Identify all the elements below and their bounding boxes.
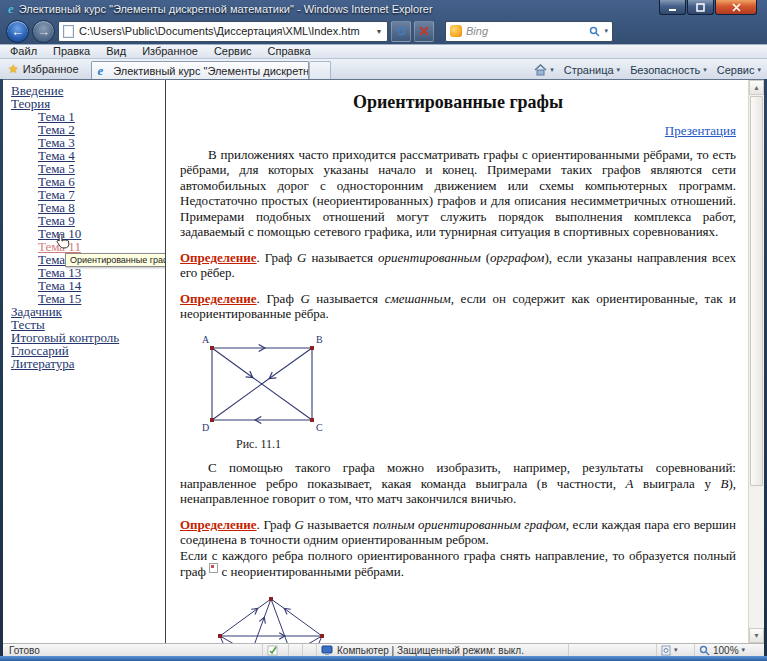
search-dropdown-icon[interactable]: ▾ [604, 27, 608, 35]
var-g: G [294, 517, 303, 532]
mixed-graph-figure: A B C D [194, 332, 334, 436]
menu-item[interactable]: Вид [106, 45, 126, 58]
menu-item[interactable]: Сервис [214, 45, 252, 58]
scrollbar-thumb[interactable] [750, 96, 763, 486]
tab-active[interactable]: e Элективный курс "Элементы дискретной м… [91, 61, 309, 79]
forward-button[interactable]: → [32, 20, 55, 43]
tab-title: Элективный курс "Элементы дискретной мат… [113, 65, 308, 77]
address-bar[interactable]: C:\Users\Public\Documents\Диссертация\XM… [58, 21, 388, 42]
status-pane [568, 644, 656, 656]
close-icon [732, 3, 741, 12]
star-icon: ★ [8, 62, 19, 76]
text-segment: . Граф [257, 291, 301, 306]
minimize-icon [668, 3, 677, 12]
text-segment: называется [304, 517, 373, 532]
complete-directed-graph-figure [210, 590, 334, 644]
page-menu-button[interactable]: Страница ▾ [564, 64, 620, 76]
link-tooltip: Ориентированные графы [65, 253, 166, 267]
back-button[interactable]: ← [6, 20, 29, 43]
chevron-down-icon: ▾ [617, 66, 621, 74]
favorites-button[interactable]: ★ Избранное [0, 59, 87, 79]
favorites-bar: ★ Избранное e Элективный курс "Элементы … [0, 58, 767, 79]
vertex-label-b: B [316, 334, 323, 345]
stop-icon [419, 26, 429, 36]
vertical-scrollbar[interactable]: ▲ ▼ [748, 80, 764, 643]
command-bar: ▾ Страница ▾ Безопасность ▾ Сервис ▾ [534, 59, 761, 80]
computer-icon [321, 645, 333, 656]
page-gear-icon [661, 645, 671, 656]
text-segment: называется [310, 291, 385, 306]
status-pane [288, 644, 302, 656]
menu-item[interactable]: Правка [53, 45, 90, 58]
term: полным ориентированным графом [373, 517, 566, 532]
text-segment: выиграла у [634, 476, 721, 491]
scroll-up-button[interactable]: ▲ [749, 80, 764, 95]
window-controls [658, 0, 757, 15]
maximize-icon [696, 3, 705, 12]
bing-icon [450, 25, 462, 37]
navigation-sidebar: ВведениеТеорияТема 1Тема 2Тема 3Тема 4Те… [3, 80, 166, 643]
tab-favicon-icon: e [98, 63, 104, 79]
definition-label: Определение [180, 291, 257, 306]
var-g: G [300, 291, 309, 306]
status-text: Готово [3, 645, 262, 656]
page-title: Ориентированные графы [180, 91, 736, 113]
home-dropdown-icon[interactable]: ▾ [550, 66, 554, 74]
title-bar: e Элективный курс "Элементы дискретной м… [0, 0, 767, 18]
text-segment: ( [481, 250, 490, 265]
page-menu-label: Страница [564, 64, 614, 76]
menu-item[interactable]: Избранное [142, 45, 198, 58]
menu-item[interactable]: Файл [10, 45, 37, 58]
text-segment: называется [306, 250, 378, 265]
chevron-down-icon: ▾ [757, 66, 761, 74]
favorites-label: Избранное [23, 63, 79, 75]
zoom-level: 100% [713, 645, 739, 656]
refresh-icon [395, 25, 407, 37]
hand-cursor-icon [55, 233, 70, 249]
zoom-control[interactable]: 100% ▾ [694, 644, 764, 656]
figure-caption: Рис. 11.1 [236, 437, 736, 453]
search-box[interactable]: Bing ▾ [445, 21, 613, 42]
address-text[interactable]: C:\Users\Public\Documents\Диссертация\XM… [79, 25, 370, 37]
search-input[interactable]: Bing [466, 25, 585, 37]
var-a: A [626, 476, 634, 491]
text-segment: . Граф [257, 517, 295, 532]
term: смешанным [385, 291, 451, 306]
presentation-link[interactable]: Презентация [665, 123, 736, 138]
text-segment: с неориентированными рёбрами. [218, 564, 404, 579]
definition-label: Определение [180, 517, 257, 532]
ie-logo-icon: e [8, 1, 14, 17]
paragraph-2: С помощью такого графа можно изобразить,… [180, 460, 736, 507]
window-title: Элективный курс "Элементы дискретной мат… [19, 3, 433, 15]
page-check-icon [267, 645, 278, 656]
tools-menu-button[interactable]: Сервис ▾ [717, 64, 761, 76]
sidebar-link[interactable]: Теория [11, 97, 165, 110]
address-dropdown-icon[interactable]: ▾ [375, 27, 383, 36]
scroll-down-button[interactable]: ▼ [749, 628, 764, 643]
home-button[interactable]: ▾ [534, 64, 554, 76]
term: ориентированным [378, 250, 481, 265]
chevron-down-icon[interactable]: ▾ [742, 646, 746, 654]
vertex-label-d: D [202, 422, 209, 433]
definition-label: Определение [180, 250, 257, 265]
menu-item[interactable]: Справка [268, 45, 311, 58]
security-menu-button[interactable]: Безопасность ▾ [630, 64, 707, 76]
menu-bar: ФайлПравкаВидИзбранноеСервисСправка [0, 44, 767, 58]
page-report-pane [262, 644, 288, 656]
compatibility-pane[interactable]: ▾ [656, 644, 694, 656]
text-segment: . Граф [257, 250, 298, 265]
figure-11-2: Рис. 11.2 [210, 590, 736, 644]
term: орграфом [490, 250, 544, 265]
chevron-down-icon[interactable]: ▾ [674, 646, 678, 654]
refresh-button[interactable] [391, 21, 411, 42]
search-icon[interactable] [589, 26, 600, 37]
definition-2: Определение. Граф G называется смешанным… [180, 291, 736, 322]
minimize-button[interactable] [659, 0, 686, 15]
stop-button[interactable] [414, 21, 434, 42]
home-icon [534, 64, 547, 76]
new-tab-button[interactable] [309, 61, 331, 79]
maximize-button[interactable] [687, 0, 714, 15]
intro-paragraph: В приложениях часто приходится рассматри… [180, 147, 736, 240]
close-button[interactable] [715, 0, 757, 15]
sidebar-link[interactable]: Литература [11, 357, 165, 370]
